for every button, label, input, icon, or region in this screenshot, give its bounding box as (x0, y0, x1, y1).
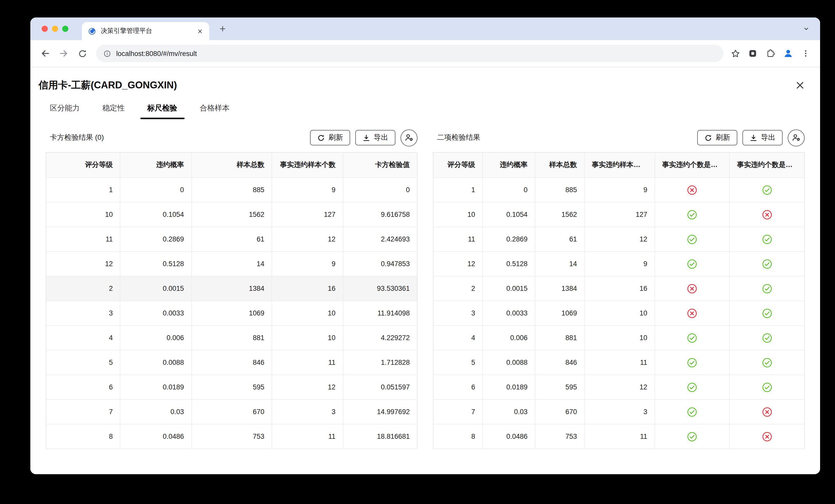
reload-icon (77, 48, 87, 58)
browser-toolbar: localhost:8080/#/mv/result (30, 40, 820, 67)
table-cell: 10 (272, 301, 343, 326)
table-cell: 0 (483, 177, 535, 202)
export-button[interactable]: 导出 (742, 130, 782, 145)
table-row: 20.001513841693.530361 (46, 276, 417, 301)
table-cell (655, 326, 730, 350)
table-cell: 0.0033 (483, 301, 535, 326)
table-cell: 1 (433, 177, 483, 202)
site-info-icon[interactable] (103, 49, 111, 57)
tab-list-chevron-icon[interactable] (799, 22, 813, 36)
column-header: 违约概率 (120, 152, 191, 177)
table-cell: 1069 (535, 301, 584, 326)
check-circle-icon (762, 284, 772, 294)
table-cell (730, 350, 805, 375)
menu-kebab-icon[interactable] (801, 49, 810, 58)
refresh-icon (705, 134, 712, 142)
table-row: 1088590 (46, 177, 417, 202)
table-row: 20.0015138416 (433, 276, 805, 301)
table-cell: 11.914098 (343, 301, 417, 326)
table-cell: 0.947853 (343, 251, 417, 276)
table-cell: 5 (433, 350, 483, 375)
refresh-button[interactable]: 刷新 (310, 130, 350, 145)
profile-avatar-icon[interactable] (782, 48, 794, 59)
tab-stability[interactable]: 稳定性 (98, 100, 129, 119)
page-title: 信用卡-工薪(CARD_GONGXIN) (39, 79, 177, 92)
browser-window: 决策引擎管理平台 (30, 18, 820, 474)
table-cell: 0.0486 (120, 424, 191, 449)
table-cell: 1384 (191, 276, 272, 301)
refresh-button[interactable]: 刷新 (697, 130, 737, 145)
table-row: 110.28696112 (433, 227, 805, 251)
tab-scale-test[interactable]: 标尺检验 (143, 100, 181, 119)
forward-button[interactable] (55, 45, 73, 62)
table-cell: 12 (584, 375, 655, 399)
table-cell: 1 (46, 177, 120, 202)
column-header: 事实违约样本个数 (584, 152, 655, 177)
table-cell: 14 (535, 251, 584, 276)
table-cell (655, 227, 730, 251)
check-circle-icon (687, 333, 697, 343)
table-cell: 0.0189 (483, 375, 535, 399)
table-row: 40.006881104.229272 (46, 326, 417, 350)
column-header: 评分等级 (46, 152, 120, 177)
table-cell: 0 (343, 177, 417, 202)
result-panels: 卡方检验结果 (0) 刷新 导出 (46, 128, 805, 449)
tab-discrimination[interactable]: 区分能力 (46, 100, 84, 119)
check-circle-icon (687, 234, 697, 244)
table-cell: 7 (46, 399, 120, 424)
table-cell: 4 (46, 326, 120, 350)
table-cell: 7 (433, 399, 483, 424)
close-panel-icon[interactable] (793, 79, 807, 92)
table-cell: 0.0015 (483, 276, 535, 301)
table-cell: 3 (272, 399, 343, 424)
table-cell: 885 (535, 177, 584, 202)
column-settings-button[interactable] (401, 129, 418, 146)
column-header: 违约概率 (483, 152, 535, 177)
address-bar[interactable]: localhost:8080/#/mv/result (96, 45, 724, 62)
column-header: 事实违约个数是否大... (730, 152, 805, 177)
page-header: 信用卡-工薪(CARD_GONGXIN) (46, 67, 805, 92)
table-cell: 12 (46, 251, 120, 276)
new-tab-button[interactable] (216, 22, 230, 36)
table-row: 50.008884611 (433, 350, 805, 375)
table-cell: 10 (584, 301, 655, 326)
table-cell: 595 (535, 375, 584, 399)
check-circle-icon (762, 333, 772, 343)
table-cell: 0.2869 (483, 227, 535, 251)
browser-tab[interactable]: 决策引擎管理平台 (82, 22, 209, 40)
table-cell: 3 (433, 301, 483, 326)
column-settings-button[interactable] (788, 129, 805, 146)
binomial-panel-header: 二项检验结果 刷新 导出 (433, 128, 805, 147)
check-circle-icon (762, 308, 772, 318)
bookmark-star-icon[interactable] (731, 48, 740, 58)
export-button[interactable]: 导出 (355, 130, 395, 145)
maximize-window-button[interactable] (62, 26, 68, 32)
reload-button[interactable] (74, 45, 91, 62)
chi-square-panel-header: 卡方检验结果 (0) 刷新 导出 (46, 128, 418, 147)
cross-circle-icon (687, 185, 697, 195)
table-cell: 9.616758 (343, 202, 417, 227)
table-cell: 0.0033 (120, 301, 191, 326)
page-content: 信用卡-工薪(CARD_GONGXIN) 区分能力稳定性标尺检验合格样本 卡方检… (30, 67, 820, 474)
table-cell: 1.712828 (343, 350, 417, 375)
check-circle-icon (687, 431, 697, 442)
table-cell: 9 (584, 251, 655, 276)
close-window-button[interactable] (42, 26, 48, 32)
table-cell: 0.2869 (120, 227, 191, 251)
check-circle-icon (687, 407, 697, 417)
cross-circle-icon (687, 284, 697, 294)
tab-close-icon[interactable] (195, 26, 205, 36)
pinned-extension-icon[interactable] (748, 49, 757, 58)
column-header: 样本总数 (191, 152, 272, 177)
refresh-button-label: 刷新 (716, 133, 730, 142)
table-cell (730, 301, 805, 326)
table-cell: 9 (272, 251, 343, 276)
extensions-puzzle-icon[interactable] (765, 48, 775, 58)
check-circle-icon (762, 234, 772, 244)
table-cell: 12 (433, 251, 483, 276)
back-button[interactable] (37, 45, 54, 62)
minimize-window-button[interactable] (52, 26, 58, 32)
table-cell: 18.816681 (343, 424, 417, 449)
tab-qualified-sample[interactable]: 合格样本 (196, 100, 234, 119)
screen: 决策引擎管理平台 (0, 0, 835, 504)
